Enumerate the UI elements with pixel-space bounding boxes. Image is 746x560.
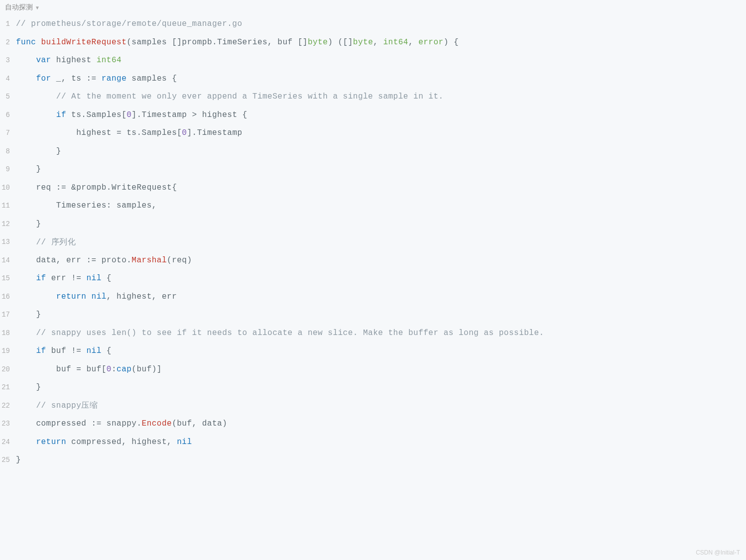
indent xyxy=(16,310,36,319)
brace: } xyxy=(16,455,21,464)
indent xyxy=(16,292,56,301)
code-block: 1 // prometheus/storage/remote/queue_man… xyxy=(0,15,746,469)
code-line: 22 // snappy压缩 xyxy=(0,397,746,415)
keyword-var: var xyxy=(36,56,51,65)
language-dropdown[interactable]: 自动探测 xyxy=(5,3,33,12)
expr: req xyxy=(36,183,56,192)
code-line: 10 req := &prompb.WriteRequest{ xyxy=(0,179,746,197)
code-line: 6 if ts.Samples[0].Timestamp > highest { xyxy=(0,106,746,124)
indent xyxy=(16,346,36,355)
indent xyxy=(16,56,36,65)
code-line: 8 } xyxy=(0,142,746,161)
code-line: 20 buf = buf[0:cap(buf)] xyxy=(0,360,746,379)
keyword-if: if xyxy=(56,111,66,119)
expr: compressed, highest, xyxy=(66,438,177,447)
line-number: 3 xyxy=(0,56,16,64)
space xyxy=(86,292,91,301)
indent xyxy=(16,111,56,119)
line-number: 9 xyxy=(0,165,16,173)
code-line: 18 // snappy uses len() to see if it nee… xyxy=(0,324,746,342)
indent xyxy=(16,74,36,83)
expr: Timeseries: samples, xyxy=(56,201,157,210)
expr: err != xyxy=(46,274,87,283)
blank-ident: _ xyxy=(51,74,61,83)
indent xyxy=(16,183,36,192)
indent xyxy=(16,401,36,410)
line-number: 5 xyxy=(0,93,16,101)
code-line: 17 } xyxy=(0,306,746,324)
assign: := xyxy=(92,419,102,428)
line-number: 10 xyxy=(0,184,16,192)
number: 0 xyxy=(107,365,112,374)
indent xyxy=(16,329,36,337)
comment: // snappy压缩 xyxy=(36,401,98,410)
code-line: 7 highest = ts.Samples[0].Timestamp xyxy=(0,124,746,142)
keyword-if: if xyxy=(36,346,46,355)
expr: (req) xyxy=(167,256,192,265)
indent xyxy=(16,128,76,137)
expr: (buf)] xyxy=(131,365,162,374)
line-number: 14 xyxy=(0,256,16,264)
expr: buf != xyxy=(46,346,87,355)
line-number: 2 xyxy=(0,38,16,46)
code-line: 5 // At the moment we only ever append a… xyxy=(0,88,746,106)
comment: // 序列化 xyxy=(36,238,76,247)
line-number: 8 xyxy=(0,147,16,155)
params: (samples []prompb.TimeSeries, buf [] xyxy=(126,38,308,47)
keyword-return: return xyxy=(36,438,66,447)
line-number: 17 xyxy=(0,311,16,319)
line-number: 16 xyxy=(0,293,16,301)
brace: { xyxy=(102,346,112,355)
brace: } xyxy=(36,383,41,392)
brace: { xyxy=(102,274,112,283)
expr: proto. xyxy=(97,256,132,265)
line-number: 6 xyxy=(0,111,16,119)
expr: data, err xyxy=(36,256,86,265)
assign: := xyxy=(56,183,66,192)
indent xyxy=(16,419,36,428)
punct: samples { xyxy=(126,74,177,83)
keyword-range: range xyxy=(102,74,127,83)
type-error: error xyxy=(418,38,444,47)
indent xyxy=(16,220,36,228)
builtin-cap: cap xyxy=(117,365,131,374)
indent xyxy=(16,383,36,392)
expr: highest = ts.Samples[ xyxy=(76,128,182,137)
keyword-return: return xyxy=(56,292,87,301)
expr: compressed xyxy=(36,419,91,428)
identifier: highest xyxy=(51,56,97,65)
expr: ts.Samples[ xyxy=(66,111,126,119)
expr: buf = buf[ xyxy=(56,365,107,374)
expr: &prompb.WriteRequest{ xyxy=(66,183,177,192)
line-number: 18 xyxy=(0,329,16,337)
code-line: 15 if err != nil { xyxy=(0,269,746,288)
indent xyxy=(16,256,36,265)
line-number: 23 xyxy=(0,420,16,428)
line-number: 19 xyxy=(0,347,16,355)
line-number: 24 xyxy=(0,438,16,446)
type-byte: byte xyxy=(353,38,373,47)
nil: nil xyxy=(177,438,192,447)
type-byte: byte xyxy=(308,38,328,47)
indent xyxy=(16,201,56,210)
code-line: 13 // 序列化 xyxy=(0,233,746,251)
type-int64: int64 xyxy=(383,38,408,47)
code-line: 4 for _, ts := range samples { xyxy=(0,70,746,88)
code-line: 3 var highest int64 xyxy=(0,51,746,70)
comment: // prometheus/storage/remote/queue_manag… xyxy=(16,19,243,28)
assign: := xyxy=(86,256,96,265)
punct: , xyxy=(373,38,383,47)
code-line: 9 } xyxy=(0,160,746,179)
code-line: 21 } xyxy=(0,378,746,397)
indent xyxy=(16,438,36,447)
expr: (buf, data) xyxy=(172,419,227,428)
expr: ].Timestamp > highest { xyxy=(131,111,247,119)
keyword-if: if xyxy=(36,274,46,283)
watermark: CSDN @Initial-T xyxy=(696,549,740,556)
indent xyxy=(16,238,36,247)
code-line: 23 compressed := snappy.Encode(buf, data… xyxy=(0,415,746,433)
line-number: 4 xyxy=(0,75,16,83)
punct: , xyxy=(408,38,418,47)
number: 0 xyxy=(182,128,187,137)
brace: } xyxy=(36,220,41,228)
